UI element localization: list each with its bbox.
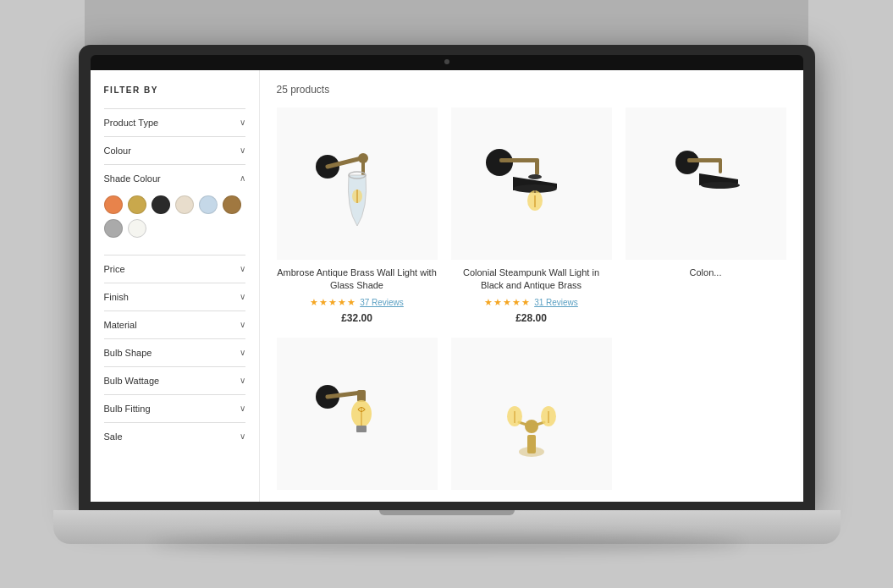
webcam xyxy=(444,59,449,64)
product-listing-area: 25 products xyxy=(260,70,803,502)
filter-sale-label: Sale xyxy=(104,431,123,442)
product-card[interactable]: Colon... xyxy=(626,107,786,325)
swatch-black[interactable] xyxy=(152,195,170,214)
chevron-down-icon xyxy=(240,320,245,329)
star-icons: ★★★★★ xyxy=(484,297,531,308)
lamp-svg-exposed xyxy=(311,359,404,469)
svg-rect-8 xyxy=(499,158,537,162)
swatch-orange[interactable] xyxy=(104,195,123,214)
product-price: £28.00 xyxy=(515,312,547,324)
filter-colour-label: Colour xyxy=(104,146,131,156)
chevron-down-icon xyxy=(240,146,245,155)
product-card[interactable] xyxy=(277,338,438,497)
chevron-down-icon xyxy=(240,348,245,357)
swatch-lightblue[interactable] xyxy=(199,195,218,214)
product-image-figure xyxy=(451,338,612,490)
filter-bulb-wattage-label: Bulb Wattage xyxy=(104,376,160,386)
filter-material-label: Material xyxy=(104,320,137,330)
product-name: Colonial Steampunk Wall Light in Black a… xyxy=(451,267,612,293)
filter-price[interactable]: Price xyxy=(104,255,245,283)
filter-sale[interactable]: Sale xyxy=(104,422,245,450)
chevron-down-icon xyxy=(240,292,245,301)
filter-bulb-wattage[interactable]: Bulb Wattage xyxy=(104,366,245,394)
chevron-down-icon xyxy=(240,118,245,127)
review-count[interactable]: 37 Reviews xyxy=(360,298,404,307)
svg-rect-26 xyxy=(527,435,536,453)
product-stars-row: ★★★★★ 31 Reviews xyxy=(484,297,578,308)
swatch-bronze[interactable] xyxy=(223,195,241,214)
swatch-cream[interactable] xyxy=(175,195,194,214)
lamp-svg-colonial xyxy=(481,116,582,251)
filter-shade-colour-section: Shade Colour xyxy=(104,164,245,255)
product-name: Ambrose Antique Brass Wall Light with Gl… xyxy=(277,267,438,293)
svg-point-11 xyxy=(528,174,542,179)
product-image-colonial xyxy=(451,107,612,260)
svg-point-18 xyxy=(701,182,740,189)
filter-price-label: Price xyxy=(104,264,125,274)
filter-shade-colour[interactable]: Shade Colour xyxy=(104,165,245,192)
product-stars-row: ★★★★★ 37 Reviews xyxy=(310,297,404,308)
chevron-up-icon xyxy=(240,173,245,183)
svg-rect-16 xyxy=(687,158,721,162)
filter-bulb-shape-label: Bulb Shape xyxy=(104,348,152,358)
svg-rect-23 xyxy=(356,426,367,432)
filter-bulb-fitting-label: Bulb Fitting xyxy=(104,404,151,414)
filter-finish[interactable]: Finish xyxy=(104,283,245,310)
chevron-down-icon xyxy=(240,431,245,441)
chevron-down-icon xyxy=(240,404,245,413)
filter-bulb-fitting[interactable]: Bulb Fitting xyxy=(104,394,245,422)
lamp-svg-ambrose xyxy=(311,116,404,251)
star-icons: ★★★★★ xyxy=(310,297,356,308)
filter-colour[interactable]: Colour xyxy=(104,136,245,164)
swatch-white[interactable] xyxy=(128,219,146,238)
svg-rect-17 xyxy=(719,158,722,173)
product-image-partial xyxy=(626,107,786,260)
filter-material[interactable]: Material xyxy=(104,310,245,338)
product-card[interactable] xyxy=(451,338,612,497)
lamp-svg-partial xyxy=(672,116,740,251)
product-count: 25 products xyxy=(277,84,786,96)
product-image-ambrose xyxy=(277,107,438,260)
shade-colour-swatches xyxy=(104,192,245,245)
product-card[interactable]: Colonial Steampunk Wall Light in Black a… xyxy=(451,107,612,325)
svg-rect-21 xyxy=(357,390,366,402)
svg-rect-9 xyxy=(535,158,539,175)
product-card[interactable]: Ambrose Antique Brass Wall Light with Gl… xyxy=(277,107,438,325)
filter-finish-label: Finish xyxy=(104,292,129,302)
chevron-down-icon xyxy=(240,264,245,273)
chevron-down-icon xyxy=(240,376,245,385)
lamp-svg-figure xyxy=(489,359,574,469)
product-price: £32.00 xyxy=(341,312,372,324)
filter-shade-colour-label: Shade Colour xyxy=(104,173,161,184)
filter-title: FILTER BY xyxy=(104,85,245,95)
product-name: Colon... xyxy=(690,267,722,279)
laptop-shadow xyxy=(152,536,741,552)
swatch-gold[interactable] xyxy=(128,195,146,214)
swatch-grey[interactable] xyxy=(104,219,123,238)
filter-product-type[interactable]: Product Type xyxy=(104,108,245,136)
filter-bulb-shape[interactable]: Bulb Shape xyxy=(104,338,245,366)
product-grid: Ambrose Antique Brass Wall Light with Gl… xyxy=(277,107,786,497)
product-image-exposed xyxy=(277,338,438,490)
filter-product-type-label: Product Type xyxy=(104,118,159,128)
review-count[interactable]: 31 Reviews xyxy=(534,298,578,307)
sidebar-filter-panel: FILTER BY Product Type Colour xyxy=(91,70,260,502)
